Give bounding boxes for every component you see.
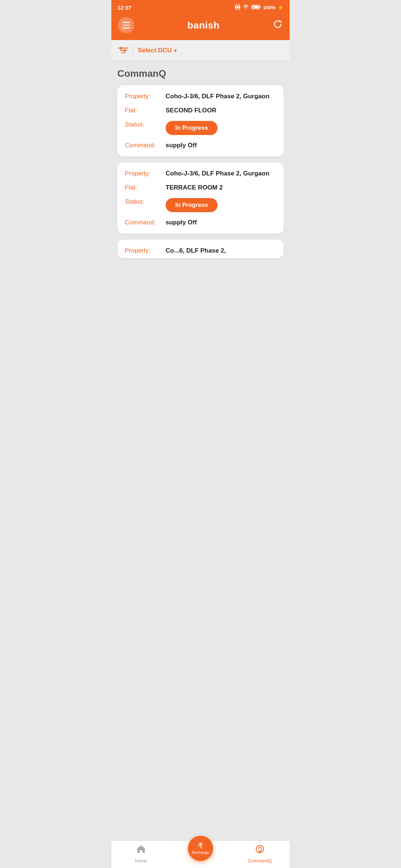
menu-button[interactable]: [118, 17, 134, 33]
app-title: banish: [188, 20, 220, 31]
flat-value-2: TERRACE ROOM 2: [166, 184, 276, 191]
property-row-1: Property: Coho-J-3/6, DLF Phase 2, Gurga…: [125, 93, 276, 100]
flat-row-1: Flat: SECOND FLOOR: [125, 107, 276, 114]
command-value-1: supply Off: [166, 142, 276, 149]
flat-row-2: Flat: TERRACE ROOM 2: [125, 184, 276, 191]
recharge-label: Recharge: [192, 850, 209, 855]
command-value-2: supply Off: [166, 219, 276, 226]
flat-label-1: Flat:: [125, 107, 166, 114]
filter-icon: [118, 47, 128, 54]
command-card-3: Property: Co...6, DLF Phase 2,: [117, 240, 284, 258]
refresh-button[interactable]: [273, 19, 283, 32]
home-label: Home: [135, 858, 147, 864]
select-dcu-button[interactable]: Select DCU ▾: [138, 47, 177, 54]
command-row-2: Command: supply Off: [125, 219, 276, 226]
status-row-2: Status: In Progress: [125, 198, 276, 212]
recharge-container: ₹ Recharge: [171, 847, 230, 861]
svg-rect-5: [260, 6, 261, 8]
battery-icon: ✕: [251, 4, 261, 11]
battery-percent: 100%: [263, 5, 276, 10]
status-badge-1: In Progress: [166, 121, 218, 135]
section-title: CommanQ: [117, 68, 284, 79]
wifi-icon: [242, 4, 249, 11]
property-row-2: Property: Coho-J-3/6, DLF Phase 2, Gurga…: [125, 170, 276, 177]
property-row-3: Property: Co...6, DLF Phase 2,: [125, 247, 276, 254]
header: banish: [111, 13, 290, 40]
status-badge-2: In Progress: [166, 198, 218, 212]
charging-icon: ⚡: [278, 5, 284, 10]
flat-value-1: SECOND FLOOR: [166, 107, 276, 114]
status-label-1: Status:: [125, 121, 166, 128]
property-value-3: Co...6, DLF Phase 2,: [166, 247, 276, 254]
chevron-down-icon: ▾: [174, 48, 177, 53]
recharge-button[interactable]: ₹ Recharge: [188, 836, 213, 861]
status-row-1: Status: In Progress: [125, 121, 276, 135]
nav-commandq[interactable]: CommandQ: [230, 844, 290, 864]
command-card-1: Property: Coho-J-3/6, DLF Phase 2, Gurga…: [117, 85, 284, 157]
home-icon: [136, 844, 146, 857]
command-row-1: Command: supply Off: [125, 142, 276, 149]
main-content: CommanQ Property: Coho-J-3/6, DLF Phase …: [111, 61, 290, 851]
property-label-3: Property:: [125, 247, 166, 254]
svg-point-12: [124, 49, 126, 52]
filter-bar: Select DCU ▾: [111, 40, 290, 61]
status-icons: ✕ 100% ⚡: [235, 4, 284, 11]
svg-point-11: [120, 47, 122, 49]
status-label-2: Status:: [125, 198, 166, 206]
command-card-2: Property: Coho-J-3/6, DLF Phase 2, Gurga…: [117, 162, 284, 234]
rupee-icon: ₹: [198, 842, 203, 850]
status-bar: 12:07 ✕ 100% ⚡: [111, 0, 290, 13]
property-label-2: Property:: [125, 170, 166, 177]
commandq-icon: [255, 844, 265, 857]
command-label-2: Command:: [125, 219, 166, 226]
svg-rect-1: [237, 6, 238, 9]
svg-rect-2: [235, 6, 236, 9]
status-time: 12:07: [117, 4, 131, 11]
bottom-nav: Home ₹ Recharge CommandQ: [111, 841, 290, 868]
hamburger-icon: [123, 22, 130, 29]
property-value-1: Coho-J-3/6, DLF Phase 2, Gurgaon: [166, 93, 276, 100]
svg-rect-3: [239, 6, 240, 9]
vibrate-icon: [235, 4, 240, 11]
svg-text:✕: ✕: [253, 6, 255, 9]
flat-label-2: Flat:: [125, 184, 166, 191]
property-label-1: Property:: [125, 93, 166, 100]
filter-divider: [133, 45, 133, 56]
nav-home[interactable]: Home: [111, 844, 171, 864]
commandq-label: CommandQ: [248, 858, 272, 864]
property-value-2: Coho-J-3/6, DLF Phase 2, Gurgaon: [166, 170, 276, 177]
select-dcu-label: Select DCU: [138, 47, 172, 54]
command-label-1: Command:: [125, 142, 166, 149]
